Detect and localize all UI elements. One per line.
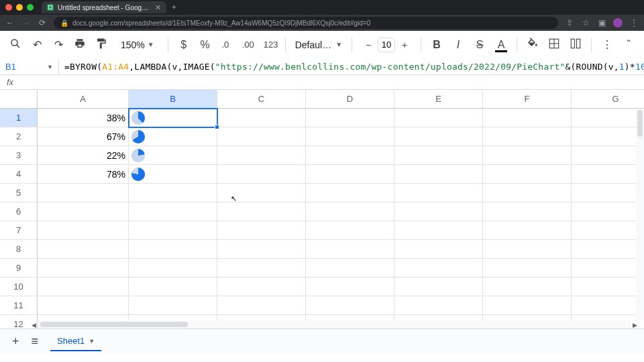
- close-window-icon[interactable]: [5, 4, 12, 11]
- cell[interactable]: [394, 109, 483, 127]
- scrollbar-thumb[interactable]: [637, 110, 643, 137]
- more-toolbar-icon[interactable]: ⋮: [601, 38, 613, 51]
- row-header[interactable]: 7: [0, 221, 38, 240]
- menu-icon[interactable]: ⋮: [629, 18, 639, 27]
- select-all-corner[interactable]: [0, 90, 38, 109]
- cell[interactable]: [394, 278, 483, 296]
- cell[interactable]: [394, 127, 483, 146]
- fx-symbol[interactable]: fx: [7, 77, 13, 87]
- cell[interactable]: [129, 165, 217, 184]
- increase-decimal-icon[interactable]: .00: [242, 40, 254, 50]
- strikethrough-icon[interactable]: S: [474, 39, 486, 51]
- cell[interactable]: [38, 202, 129, 221]
- borders-icon[interactable]: [548, 38, 560, 52]
- cell[interactable]: 22%: [38, 146, 129, 165]
- cell[interactable]: [483, 259, 572, 278]
- cell[interactable]: [306, 296, 394, 315]
- cell[interactable]: [217, 259, 306, 278]
- bookmark-icon[interactable]: ☆: [581, 18, 590, 27]
- column-header[interactable]: F: [483, 90, 572, 109]
- currency-icon[interactable]: $: [178, 39, 190, 51]
- cell[interactable]: [483, 202, 572, 221]
- horizontal-scrollbar[interactable]: [38, 320, 631, 328]
- scroll-left-icon[interactable]: ◀: [30, 322, 38, 328]
- vertical-scrollbar[interactable]: [636, 109, 644, 320]
- cell[interactable]: [38, 296, 129, 315]
- minimize-window-icon[interactable]: [16, 4, 23, 11]
- cell[interactable]: [394, 296, 483, 315]
- cell[interactable]: [306, 221, 394, 240]
- back-icon[interactable]: ←: [5, 18, 15, 27]
- selection-handle[interactable]: [215, 125, 219, 129]
- share-icon[interactable]: ⇪: [565, 18, 574, 27]
- cell[interactable]: [38, 221, 129, 240]
- cell[interactable]: [38, 184, 129, 202]
- scrollbar-thumb[interactable]: [40, 322, 188, 327]
- font-family-select[interactable]: Defaul… ▼: [295, 40, 342, 50]
- cell[interactable]: [572, 146, 644, 165]
- cell[interactable]: [129, 240, 217, 259]
- cell[interactable]: [217, 127, 306, 146]
- cell[interactable]: [572, 296, 644, 315]
- cell[interactable]: [483, 165, 572, 184]
- cell[interactable]: [572, 221, 644, 240]
- reload-icon[interactable]: ⟳: [38, 18, 47, 27]
- cell[interactable]: [483, 184, 572, 202]
- cell[interactable]: [129, 146, 217, 165]
- cell[interactable]: [572, 240, 644, 259]
- sheet-tab[interactable]: Sheet1 ▼: [50, 332, 101, 351]
- cell[interactable]: [306, 146, 394, 165]
- decrease-decimal-icon[interactable]: .0: [221, 40, 233, 50]
- cell[interactable]: [306, 109, 394, 127]
- url-field[interactable]: 🔒 docs.google.com/spreadsheets/d/1EtsTME…: [54, 17, 558, 29]
- cell[interactable]: [217, 278, 306, 296]
- cell[interactable]: [217, 296, 306, 315]
- italic-icon[interactable]: I: [452, 39, 464, 51]
- cell[interactable]: [394, 165, 483, 184]
- cell[interactable]: [394, 184, 483, 202]
- cell[interactable]: [483, 127, 572, 146]
- cell[interactable]: [38, 278, 129, 296]
- cell[interactable]: [129, 221, 217, 240]
- row-header[interactable]: 4: [0, 165, 38, 184]
- formula-input[interactable]: =BYROW(A1:A4,LAMBDA(v,IMAGE("https://www…: [59, 62, 644, 72]
- cell[interactable]: [572, 259, 644, 278]
- decrease-font-button[interactable]: −: [362, 38, 375, 52]
- fill-color-icon[interactable]: [527, 38, 539, 52]
- row-header[interactable]: 8: [0, 240, 38, 259]
- cell[interactable]: [217, 202, 306, 221]
- new-tab-button[interactable]: +: [172, 3, 176, 12]
- maximize-window-icon[interactable]: [27, 4, 34, 11]
- cell[interactable]: [394, 146, 483, 165]
- close-tab-icon[interactable]: ✕: [155, 3, 161, 12]
- add-sheet-button[interactable]: +: [12, 335, 19, 349]
- cell[interactable]: 78%: [38, 165, 129, 184]
- cell[interactable]: [129, 184, 217, 202]
- bold-icon[interactable]: B: [431, 39, 443, 51]
- row-header[interactable]: 6: [0, 202, 38, 221]
- search-icon[interactable]: [9, 38, 21, 52]
- cell[interactable]: [129, 259, 217, 278]
- cell[interactable]: [129, 278, 217, 296]
- cell[interactable]: [572, 278, 644, 296]
- cell[interactable]: [572, 109, 644, 127]
- row-header[interactable]: 11: [0, 296, 38, 315]
- cell[interactable]: [572, 184, 644, 202]
- cell[interactable]: [394, 259, 483, 278]
- redo-icon[interactable]: ↷: [52, 38, 64, 51]
- cell[interactable]: 38%: [38, 109, 129, 127]
- extensions-icon[interactable]: ▣: [597, 18, 606, 27]
- cell[interactable]: [217, 240, 306, 259]
- column-header[interactable]: E: [394, 90, 483, 109]
- cell[interactable]: [217, 165, 306, 184]
- text-color-icon[interactable]: A: [495, 39, 507, 51]
- font-size-input[interactable]: [378, 38, 395, 52]
- browser-tab[interactable]: Untitled spreadsheet - Goog… ✕: [42, 1, 166, 13]
- column-header[interactable]: A: [38, 90, 129, 109]
- print-icon[interactable]: [74, 38, 86, 52]
- collapse-toolbar-icon[interactable]: ˆ: [623, 39, 635, 51]
- cell[interactable]: [394, 202, 483, 221]
- row-header[interactable]: 10: [0, 278, 38, 296]
- cell[interactable]: [394, 240, 483, 259]
- profile-avatar[interactable]: [613, 18, 623, 27]
